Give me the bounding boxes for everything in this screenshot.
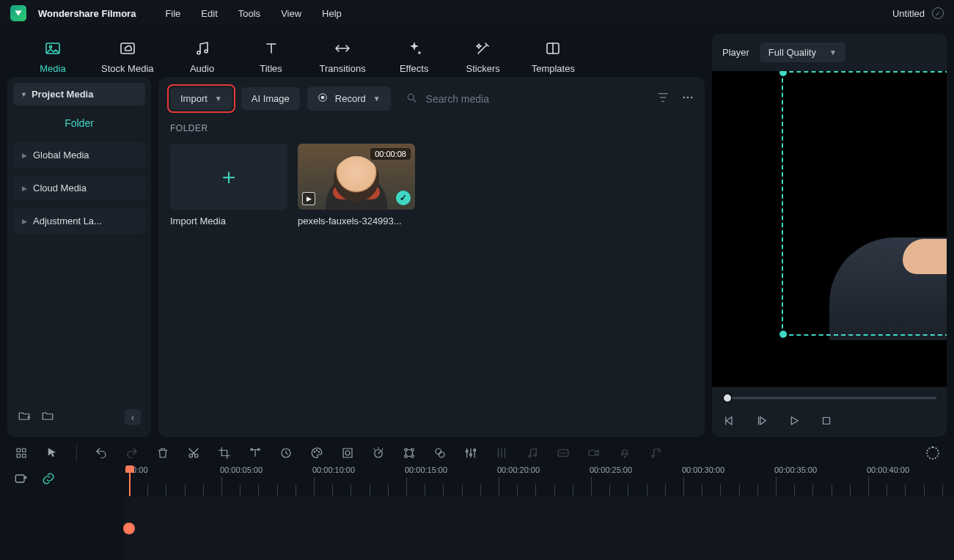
menu-tools[interactable]: Tools — [238, 8, 260, 19]
ai-image-label: AI Image — [252, 93, 290, 104]
resize-handle-icon[interactable] — [779, 331, 787, 338]
menu-help[interactable]: Help — [322, 8, 342, 19]
tab-effects[interactable]: Effects — [394, 40, 435, 74]
ruler-label: 00:00:40:00 — [867, 465, 909, 474]
sidebar-item-global-media[interactable]: ▶ Global Media — [13, 142, 145, 168]
undo-button[interactable] — [93, 445, 109, 461]
play-button[interactable] — [787, 413, 801, 428]
svg-point-8 — [320, 96, 324, 100]
search-input[interactable] — [425, 92, 642, 106]
text-tool-button[interactable] — [247, 445, 263, 461]
beat-button — [647, 445, 664, 461]
menu-edit[interactable]: Edit — [201, 8, 217, 19]
render-button[interactable] — [925, 445, 941, 461]
redo-button[interactable] — [124, 445, 140, 461]
link-button[interactable] — [41, 471, 56, 490]
resize-handle-icon[interactable] — [779, 71, 787, 76]
prev-frame-button[interactable] — [722, 413, 737, 428]
sidebar-item-folder[interactable]: Folder — [13, 106, 145, 142]
color-button[interactable] — [309, 445, 325, 461]
sidebar-item-cloud-media[interactable]: ▶ Cloud Media — [13, 175, 145, 201]
ruler-label: 00:00:20:00 — [497, 465, 540, 474]
svg-point-4 — [205, 50, 208, 53]
media-clip-label: pexels-fauxels-324993... — [298, 215, 415, 226]
slider-knob[interactable] — [722, 393, 733, 403]
menu-file[interactable]: File — [165, 8, 180, 19]
app-name: Wondershare Filmora — [38, 8, 136, 19]
tab-media[interactable]: Media — [32, 40, 73, 74]
import-button[interactable]: Import ▼ — [170, 87, 232, 110]
tab-label: Stock Media — [101, 63, 154, 74]
apps-icon[interactable] — [13, 445, 29, 461]
filter-icon[interactable] — [656, 91, 669, 107]
mask-button[interactable] — [340, 445, 356, 461]
sync-status-icon[interactable]: ✓ — [932, 7, 944, 19]
tab-stickers[interactable]: Stickers — [463, 40, 504, 74]
tab-label: Audio — [190, 63, 214, 74]
tab-transitions[interactable]: Transitions — [320, 40, 366, 74]
timeline-ruler[interactable]: 00:0000:00:05:0000:00:10:0000:00:15:0000… — [123, 465, 954, 496]
layout-icon — [544, 40, 562, 60]
preview-canvas[interactable] — [712, 71, 947, 387]
svg-rect-23 — [23, 454, 26, 458]
crop-button[interactable] — [216, 445, 232, 461]
voice-button — [617, 445, 633, 461]
ai-image-button[interactable]: AI Image — [241, 87, 300, 110]
timeline-tracks[interactable] — [123, 496, 954, 560]
more-icon[interactable] — [681, 91, 694, 107]
adjust-button[interactable] — [463, 445, 479, 461]
timeline: 00:0000:00:05:0000:00:10:0000:00:15:0000… — [0, 465, 954, 560]
svg-rect-22 — [17, 454, 21, 458]
media-clip-card[interactable]: 00:00:08 ▶ ✓ pexels-fauxels-324993... — [298, 144, 415, 226]
cut-button[interactable] — [186, 445, 202, 461]
collapse-sidebar-button[interactable]: ‹ — [125, 409, 141, 425]
sidebar-item-label: Global Media — [33, 150, 89, 161]
import-media-thumb[interactable]: ＋ — [170, 144, 287, 210]
keyframe-button[interactable] — [401, 445, 417, 461]
import-button-label: Import — [180, 93, 208, 104]
speed-ramp-button[interactable] — [370, 445, 386, 461]
playback-slider[interactable] — [722, 391, 936, 405]
playback-quality-select[interactable]: Full Quality ▼ — [760, 43, 845, 62]
chroma-key-button[interactable] — [432, 445, 448, 461]
svg-point-33 — [345, 451, 350, 455]
svg-rect-19 — [823, 418, 830, 424]
speed-button[interactable] — [278, 445, 294, 461]
selection-marquee[interactable] — [782, 71, 947, 336]
ruler-label: 00:00:25:00 — [590, 465, 632, 474]
project-title: Untitled — [892, 8, 925, 19]
sidebar-header-project-media[interactable]: ▼ Project Media — [13, 83, 145, 106]
delete-button[interactable] — [155, 445, 171, 461]
ruler-label: 00:00:35:00 — [774, 465, 817, 474]
import-media-card[interactable]: ＋ Import Media — [170, 144, 287, 226]
media-clip-thumbnail[interactable]: 00:00:08 ▶ ✓ — [298, 144, 415, 210]
svg-point-11 — [683, 96, 685, 98]
next-frame-button[interactable] — [755, 413, 769, 428]
svg-rect-54 — [15, 475, 24, 482]
sidebar-item-adjustment-layer[interactable]: ▶ Adjustment La... — [13, 208, 145, 234]
stop-button[interactable] — [819, 413, 834, 428]
add-track-button[interactable] — [13, 471, 28, 490]
text-icon — [263, 40, 280, 60]
primary-tabs: Media Stock Media Audio Titles — [7, 34, 705, 77]
player-panel: Player Full Quality ▼ — [712, 34, 947, 437]
menu-view[interactable]: View — [281, 8, 301, 19]
svg-point-30 — [316, 450, 318, 452]
sidebar-item-label: Cloud Media — [33, 183, 87, 194]
tab-label: Stickers — [466, 63, 500, 74]
record-button[interactable]: Record ▼ — [307, 86, 391, 111]
playhead[interactable] — [129, 465, 131, 496]
pointer-icon[interactable] — [44, 445, 60, 461]
tab-templates[interactable]: Templates — [532, 40, 575, 74]
new-folder-icon[interactable] — [18, 409, 31, 425]
folder-icon[interactable] — [41, 409, 54, 425]
timeline-left-tools — [13, 471, 56, 490]
tab-audio[interactable]: Audio — [182, 40, 223, 74]
panels: ▼ Project Media Folder ▶ Global Media ▶ … — [7, 77, 705, 437]
tab-label: Effects — [400, 63, 429, 74]
clip-start-marker[interactable] — [123, 523, 135, 534]
image-icon — [44, 40, 62, 60]
tab-titles[interactable]: Titles — [251, 40, 292, 74]
tab-stock-media[interactable]: Stock Media — [101, 40, 154, 74]
chevron-right-icon: ▶ — [22, 218, 27, 225]
